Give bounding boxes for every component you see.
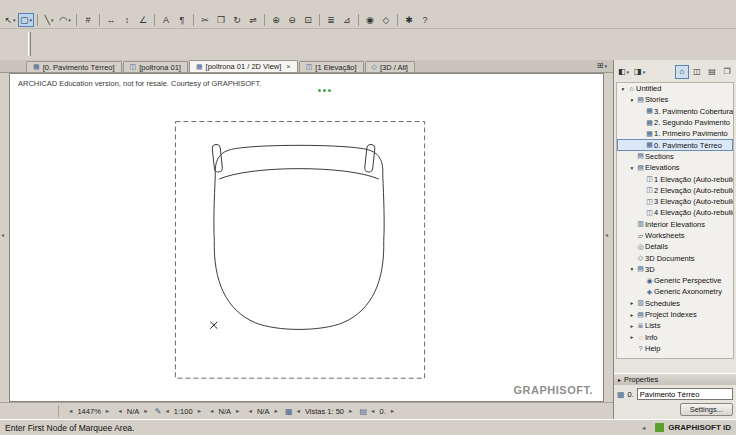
zoom-out-icon[interactable]: ⊖ (284, 13, 300, 27)
tree-item[interactable]: ▱ Worksheets (617, 230, 733, 241)
scale-icon[interactable]: ⊿ (339, 13, 355, 27)
view-tab[interactable]: ▦ [poltrona 01 / 2D View] × (189, 60, 298, 72)
stepper-prev-icon[interactable]: ◄ (369, 408, 376, 414)
tree-expander-icon[interactable]: ▾ (628, 97, 636, 103)
tree-item[interactable]: ◫ 3 Elevação (Auto-rebuild Model) (617, 196, 733, 207)
tree-expander-icon[interactable]: ▾ (619, 86, 627, 92)
tree-expander-icon[interactable]: ▸ (628, 323, 636, 329)
properties-header[interactable]: ▸ Properties (614, 373, 736, 385)
marquee-tool-icon[interactable]: ▢ ▾ (18, 13, 34, 27)
right-panel-reveal-icon[interactable]: ◂ (605, 231, 608, 238)
dimension-tool-icon[interactable]: ↔ (103, 13, 119, 27)
story-name-input[interactable] (637, 388, 733, 400)
zoom-in-icon[interactable]: ⊕ (268, 13, 284, 27)
view-tab[interactable]: ◫ [1 Elevação] × (299, 61, 364, 72)
left-palette-edge[interactable]: ◂ (0, 73, 9, 402)
view-tab[interactable]: ◇ [3D / All] × (365, 61, 415, 72)
right-palette-edge[interactable]: ◂ (604, 73, 613, 402)
stepper-prev-icon[interactable]: ◄ (294, 408, 301, 414)
zoom-level-control[interactable]: ◄ 1447% ► (67, 407, 111, 416)
copy-icon[interactable]: ❐ (213, 13, 229, 27)
text-tool-icon[interactable]: A (158, 13, 174, 27)
project-map-button[interactable]: ⌂ (675, 65, 689, 79)
tree-expander-icon[interactable]: ▸ (628, 300, 636, 306)
collapse-panel-icon[interactable]: ◂ (642, 424, 645, 431)
stepper-prev-icon[interactable]: ◄ (163, 408, 170, 414)
dropdown-arrow-icon[interactable]: ▾ (604, 63, 607, 69)
pen-set-control[interactable]: ◄ N/A ► (208, 407, 241, 416)
view-tab[interactable]: ◫ [poltrona 01] × (123, 61, 188, 72)
dropdown-arrow-icon[interactable]: ▾ (627, 69, 630, 75)
drawing-canvas[interactable]: ARCHICAD Education version, not for resa… (9, 73, 604, 402)
arc-tool-icon[interactable]: ◠ ▾ (57, 13, 73, 27)
tree-item[interactable]: ▦ 3. Pavimento Cobertura (617, 106, 733, 117)
tree-item[interactable]: ▸ ▤ Project Indexes (617, 309, 733, 320)
tree-item[interactable]: ◫ 4 Elevação (Auto-rebuild Model) (617, 207, 733, 218)
tree-item[interactable]: ◉ Generic Perspective (617, 275, 733, 286)
tree-expander-icon[interactable]: ▾ (628, 266, 636, 272)
label-tool-icon[interactable]: ¶ (174, 13, 190, 27)
tree-item[interactable]: ▥ Interior Elevations (617, 219, 733, 230)
vertical-dimension-tool-icon[interactable]: ↕ (119, 13, 135, 27)
tree-item[interactable]: ◎ Details (617, 241, 733, 252)
dropdown-arrow-icon[interactable]: ▾ (51, 17, 54, 23)
dropdown-arrow-icon[interactable]: ▾ (13, 17, 16, 23)
rotate-icon[interactable]: ↻ (229, 13, 245, 27)
tree-item[interactable]: ◫ 2 Elevação (Auto-rebuild Model) (617, 185, 733, 196)
tree-item[interactable]: ◫ 1 Elevação (Auto-rebuild Model) (617, 173, 733, 184)
project-chooser-button[interactable]: ◧ ▾ (616, 65, 631, 79)
line-tool-icon[interactable]: ╲ ▾ (41, 13, 57, 27)
3d-view-icon[interactable]: ◇ (378, 13, 394, 27)
help-icon[interactable]: ? (417, 13, 433, 27)
orientation-control[interactable]: ◄ N/A ► (116, 407, 149, 416)
stepper-next-icon[interactable]: ► (196, 408, 203, 414)
view-map-button[interactable]: ◫ (690, 65, 704, 79)
dropdown-arrow-icon[interactable]: ▾ (30, 17, 33, 23)
stepper-next-icon[interactable]: ► (142, 408, 149, 414)
stepper-next-icon[interactable]: ► (347, 408, 354, 414)
layout-book-button[interactable]: ▤ (705, 65, 719, 79)
settings-button[interactable]: Settings... (680, 403, 733, 416)
tree-expander-icon[interactable]: ▾ (628, 165, 636, 171)
tree-item[interactable]: ▾ ▤ Elevations (617, 162, 733, 173)
stepper-prev-icon[interactable]: ◄ (247, 408, 254, 414)
layers-icon[interactable]: ≣ (323, 13, 339, 27)
grid-tool-icon[interactable]: # (80, 13, 96, 27)
mirror-icon[interactable]: ⇌ (245, 13, 261, 27)
publisher-button[interactable]: ❐ (720, 65, 734, 79)
stepper-next-icon[interactable]: ► (234, 408, 241, 414)
tree-item[interactable]: ▾ ▤ 3D (617, 264, 733, 275)
tree-item[interactable]: ▸ ≣ Lists (617, 320, 733, 331)
tree-item[interactable]: ◇ 3D Documents (617, 252, 733, 263)
cut-icon[interactable]: ✂ (197, 13, 213, 27)
stepper-next-icon[interactable]: ► (104, 408, 111, 414)
tree-item[interactable]: ▸ ◌ Info (617, 332, 733, 343)
angle-dimension-tool-icon[interactable]: ∠ (135, 13, 151, 27)
arrow-tool-icon[interactable]: ↖ ▾ (2, 13, 18, 27)
scale-control[interactable]: ✎ ◄ 1:100 ► (155, 407, 203, 416)
story-control[interactable]: ▤ ◄ 0. ► (359, 407, 396, 416)
tree-item[interactable]: ▸ ▥ Schedules (617, 298, 733, 309)
dropdown-arrow-icon[interactable]: ▾ (643, 69, 646, 75)
tree-item[interactable]: ◈ Generic Axonometry (617, 286, 733, 297)
options-icon[interactable]: ✱ (401, 13, 417, 27)
tree-expander-icon[interactable]: ▸ (628, 312, 636, 318)
marquee-selection-rect[interactable] (175, 122, 424, 379)
stepper-next-icon[interactable]: ► (272, 408, 279, 414)
navigator-options-button[interactable]: ◨ ▾ (632, 65, 647, 79)
stepper-prev-icon[interactable]: ◄ (208, 408, 215, 414)
tree-item[interactable]: ? Help (617, 343, 733, 354)
dropdown-arrow-icon[interactable]: ▾ (68, 17, 71, 23)
view-tab[interactable]: ▦ [0. Pavimento Térreo] × (26, 61, 122, 72)
tree-item[interactable]: ▾ ⌂ Untitled (617, 83, 733, 94)
properties-expander-icon[interactable]: ▸ (618, 376, 621, 383)
tree-item[interactable]: ▦ 0. Pavimento Térreo (617, 139, 733, 150)
tree-item[interactable]: ▾ ▤ Stories (617, 94, 733, 105)
camera-icon[interactable]: ◉ (362, 13, 378, 27)
tree-item[interactable]: ▤ Sections (617, 151, 733, 162)
tab-list-button[interactable]: ⊞ ▾ (595, 60, 609, 71)
fit-in-window-icon[interactable]: ⊡ (300, 13, 316, 27)
stepper-prev-icon[interactable]: ◄ (67, 408, 74, 414)
stepper-prev-icon[interactable]: ◄ (116, 408, 123, 414)
tree-expander-icon[interactable]: ▸ (628, 334, 636, 340)
